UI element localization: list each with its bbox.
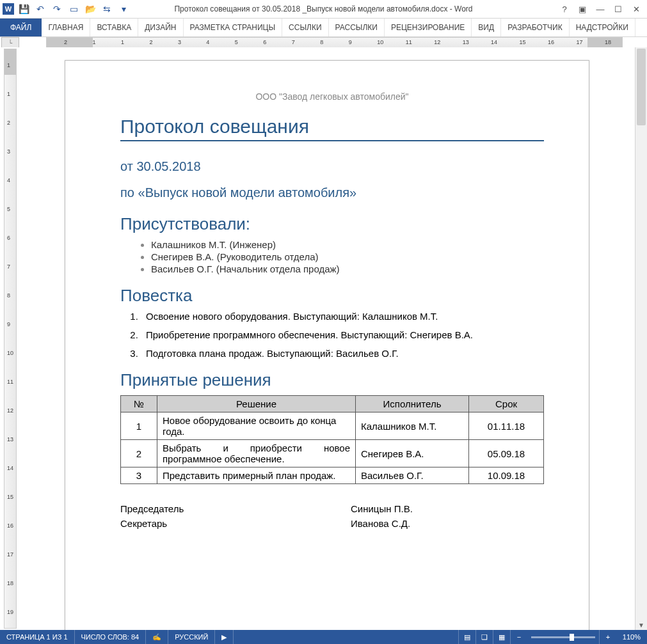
ruler-tick: 1 bbox=[7, 62, 10, 68]
signatures-block: Председатель Синицын П.В. Секретарь Иван… bbox=[120, 503, 544, 529]
ruler-tick: 7 bbox=[292, 39, 295, 45]
status-page[interactable]: СТРАНИЦА 1 ИЗ 1 bbox=[0, 630, 75, 644]
attendees-heading: Присутствовали: bbox=[120, 214, 544, 234]
zoom-slider-knob[interactable] bbox=[570, 634, 574, 641]
new-icon: ▭ bbox=[70, 4, 78, 14]
ribbon-tab[interactable]: НАДСТРОЙКИ bbox=[570, 19, 635, 36]
attendee-item: Калашников М.Т. (Инженер) bbox=[151, 239, 544, 250]
view-read-mode-button[interactable]: ▤ bbox=[458, 630, 475, 644]
ruler-tick: 9 bbox=[7, 321, 10, 327]
title-bar: W 💾 ↶ ↷ ▭ 📂 ⇆ ▾ Протокол совещания от 30… bbox=[0, 0, 647, 19]
file-tab[interactable]: ФАЙЛ bbox=[0, 19, 42, 36]
redo-icon: ↷ bbox=[53, 4, 61, 14]
ribbon-tab[interactable]: РАЗРАБОТЧИК bbox=[501, 19, 570, 36]
minimize-icon: — bbox=[596, 4, 605, 14]
ruler-tick: 11 bbox=[7, 379, 13, 385]
undo-icon: ↶ bbox=[36, 4, 44, 14]
ruler-tick: 3 bbox=[178, 39, 181, 45]
meeting-subject: по «Выпуск новой модели автомобиля» bbox=[120, 185, 544, 200]
secretary-name: Иванова С.Д. bbox=[351, 518, 410, 529]
ruler-tick: 4 bbox=[206, 39, 209, 45]
zoom-out-button[interactable]: − bbox=[510, 630, 527, 644]
undo-button[interactable]: ↶ bbox=[33, 2, 47, 16]
cell-text: Новое оборудование освоить до конца года… bbox=[157, 412, 356, 440]
signature-row: Председатель Синицын П.В. bbox=[120, 503, 544, 514]
ruler-tick: 15 bbox=[7, 494, 13, 500]
ribbon-tab[interactable]: ССЫЛКИ bbox=[282, 19, 328, 36]
col-term: Срок bbox=[469, 396, 544, 412]
ruler-tick: 3 bbox=[7, 148, 10, 155]
maximize-button[interactable]: ☐ bbox=[610, 2, 627, 16]
status-proofing[interactable]: ✍ bbox=[146, 630, 168, 644]
minimize-button[interactable]: — bbox=[592, 2, 609, 16]
quick-print-button[interactable]: ⇆ bbox=[100, 2, 114, 16]
save-button[interactable]: 💾 bbox=[17, 2, 31, 16]
editor-viewport: 112345678910111213141516171819 ООО "Заво… bbox=[0, 47, 647, 630]
ruler-tick: 2 bbox=[7, 120, 10, 126]
help-icon: ? bbox=[562, 4, 566, 14]
close-button[interactable]: ✕ bbox=[628, 2, 644, 16]
ribbon-tab[interactable]: РАССЫЛКИ bbox=[329, 19, 385, 36]
qat-more-button[interactable]: ▾ bbox=[116, 2, 131, 16]
table-header-row: № Решение Исполнитель Срок bbox=[121, 396, 544, 412]
maximize-icon: ☐ bbox=[614, 4, 622, 14]
agenda-item: Освоение нового оборудования. Выступающи… bbox=[141, 311, 544, 322]
zoom-level[interactable]: 110% bbox=[616, 630, 647, 644]
ribbon-tab[interactable]: ВИД bbox=[472, 19, 501, 36]
open-button[interactable]: 📂 bbox=[83, 2, 97, 16]
ruler-tick: 8 bbox=[7, 292, 10, 299]
status-macro[interactable]: ▶ bbox=[215, 630, 234, 644]
meeting-date: от 30.05.2018 bbox=[120, 159, 544, 174]
ruler-tick: 10 bbox=[7, 350, 13, 356]
agenda-item: Приобретение программного обеспечения. В… bbox=[141, 329, 544, 340]
page-scroll-area[interactable]: ООО "Завод легковых автомобилей" Протоко… bbox=[19, 47, 635, 630]
table-row: 2Выбрать и приобрести новое программное … bbox=[121, 440, 544, 467]
status-bar: СТРАНИЦА 1 ИЗ 1 ЧИСЛО СЛОВ: 84 ✍ РУССКИЙ… bbox=[0, 630, 647, 644]
zoom-in-button[interactable]: + bbox=[599, 630, 616, 644]
window-title: Протокол совещания от 30.05.2018 _Выпуск… bbox=[174, 4, 472, 13]
ruler-tick: 18 bbox=[7, 580, 13, 586]
table-row: 1Новое оборудование освоить до конца год… bbox=[121, 412, 544, 440]
ribbon-tab[interactable]: РЕЦЕНЗИРОВАНИЕ bbox=[385, 19, 472, 36]
attendees-list: Калашников М.Т. (Инженер)Снегирев В.А. (… bbox=[151, 239, 544, 274]
ruler-tick: 17 bbox=[577, 39, 583, 45]
new-doc-button[interactable]: ▭ bbox=[67, 2, 81, 16]
ruler-tick: 12 bbox=[434, 39, 440, 45]
ribbon-tab[interactable]: ДИЗАЙН bbox=[138, 19, 183, 36]
cell-exec: Калашников М.Т. bbox=[356, 412, 469, 440]
col-num: № bbox=[121, 396, 157, 412]
cell-num: 3 bbox=[121, 467, 157, 484]
window-controls: ? ▣ — ☐ ✕ bbox=[556, 2, 647, 16]
help-button[interactable]: ? bbox=[556, 2, 573, 16]
view-web-layout-button[interactable]: ▦ bbox=[493, 630, 510, 644]
document-page[interactable]: ООО "Завод легковых автомобилей" Протоко… bbox=[65, 60, 589, 630]
redo-button[interactable]: ↷ bbox=[50, 2, 64, 16]
ruler-tick: 17 bbox=[7, 551, 13, 558]
ruler-tick: 1 bbox=[7, 91, 10, 97]
zoom-slider[interactable] bbox=[531, 636, 595, 638]
ribbon-tab[interactable]: ВСТАВКА bbox=[90, 19, 138, 36]
view-print-layout-button[interactable]: ❏ bbox=[475, 630, 493, 644]
status-word-count[interactable]: ЧИСЛО СЛОВ: 84 bbox=[75, 630, 147, 644]
col-text: Решение bbox=[157, 396, 356, 412]
document-title: Протокол совещания bbox=[120, 116, 544, 141]
vertical-scrollbar[interactable]: ▲ ▼ bbox=[635, 47, 647, 630]
cell-text: Выбрать и приобрести новое программное о… bbox=[157, 440, 356, 467]
scroll-thumb[interactable] bbox=[637, 49, 646, 125]
status-language[interactable]: РУССКИЙ bbox=[168, 630, 215, 644]
ribbon-display-options-button[interactable]: ▣ bbox=[574, 2, 591, 16]
read-mode-icon: ▤ bbox=[464, 633, 470, 641]
ruler-tick: 16 bbox=[7, 522, 13, 529]
cell-term: 10.09.18 bbox=[469, 467, 544, 484]
ribbon-options-icon: ▣ bbox=[579, 4, 586, 14]
cell-num: 2 bbox=[121, 440, 157, 467]
ribbon-tab[interactable]: ГЛАВНАЯ bbox=[42, 19, 90, 36]
ruler-tick: 6 bbox=[263, 39, 266, 45]
scroll-down-icon[interactable]: ▼ bbox=[635, 620, 647, 630]
decisions-table: № Решение Исполнитель Срок 1Новое оборуд… bbox=[120, 395, 544, 484]
vertical-ruler[interactable]: 112345678910111213141516171819 bbox=[4, 49, 17, 629]
dropdown-icon: ▾ bbox=[122, 4, 126, 14]
ribbon-tab[interactable]: РАЗМЕТКА СТРАНИЦЫ bbox=[184, 19, 283, 36]
print-layout-icon: ❏ bbox=[481, 633, 488, 641]
chair-name: Синицын П.В. bbox=[351, 503, 413, 514]
